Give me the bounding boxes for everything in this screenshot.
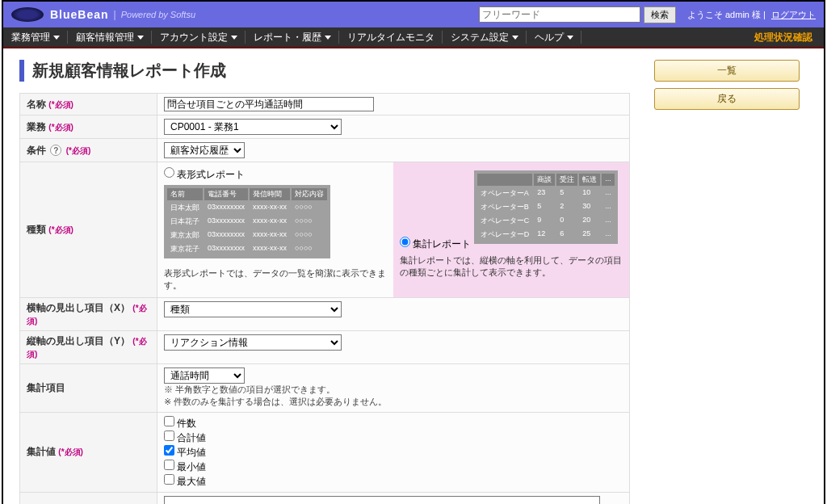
agg-value-label: 集計値 (27, 446, 56, 457)
remark-textarea[interactable] (164, 496, 600, 504)
welcome-text: ようこそ admin 様 | ログアウト (687, 9, 816, 21)
chk-min[interactable] (164, 460, 174, 470)
menu-help[interactable]: ヘルプ (527, 27, 581, 48)
status-link[interactable]: 処理状況確認 (743, 31, 824, 44)
name-label: 名称 (27, 99, 46, 110)
type-option-table[interactable]: 表形式レポート 名前電話番号発信時間対応内容 日本太郎03xxxxxxxxxxx… (157, 162, 393, 297)
condition-select[interactable]: 顧客対応履歴 (164, 142, 245, 158)
back-button[interactable]: 戻る (654, 88, 800, 110)
business-select[interactable]: CP0001 - 業務1 (164, 119, 342, 135)
main-menu: 業務管理 顧客情報管理 アカウント設定 レポート・履歴 リアルタイムモニタ シス… (3, 27, 824, 48)
business-label: 業務 (27, 121, 46, 132)
sample-table-icon: 名前電話番号発信時間対応内容 日本太郎03xxxxxxxxxxxx-xx-xx○… (164, 185, 330, 258)
search-input[interactable] (479, 6, 640, 23)
chevron-down-icon (137, 36, 144, 40)
sample-summary-icon: 商談受注転送... オペレーターA23510... オペレーターB5230...… (474, 170, 618, 244)
menu-report[interactable]: レポート・履歴 (246, 27, 339, 48)
page-title: 新規顧客情報レポート作成 (19, 60, 630, 82)
logo-icon (11, 7, 44, 22)
xaxis-label: 横軸の見出し項目（X） (27, 302, 130, 313)
menu-realtime[interactable]: リアルタイムモニタ (339, 27, 443, 48)
agg-item-select[interactable]: 通話時間 (164, 368, 245, 384)
logout-link[interactable]: ログアウト (771, 10, 816, 19)
chk-max[interactable] (164, 474, 174, 485)
condition-label: 条件 (27, 145, 46, 156)
search-button[interactable]: 検索 (644, 6, 676, 23)
agg-item-label: 集計項目 (27, 382, 65, 393)
brand-name: BlueBean (50, 8, 109, 21)
list-button[interactable]: 一覧 (654, 60, 800, 82)
agg-item-note: ※ 半角数字と数値の項目が選択できます。※ 件数のみを集計する場合は、選択は必要… (164, 384, 623, 409)
chevron-down-icon (53, 36, 60, 40)
chk-avg[interactable] (164, 445, 174, 456)
type-radio-table[interactable] (164, 167, 174, 178)
type-radio-summary[interactable] (400, 237, 410, 247)
menu-business[interactable]: 業務管理 (3, 27, 68, 48)
help-icon[interactable]: ? (50, 145, 61, 156)
chevron-down-icon (231, 36, 237, 40)
menu-customer-info[interactable]: 顧客情報管理 (68, 27, 152, 48)
yaxis-select[interactable]: リアクション情報 (164, 334, 342, 351)
type-label: 種類 (27, 224, 46, 235)
xaxis-select[interactable]: 種類 (164, 301, 342, 317)
chk-count[interactable] (164, 416, 174, 426)
menu-account[interactable]: アカウント設定 (152, 27, 246, 48)
yaxis-label: 縦軸の見出し項目（Y） (27, 335, 130, 346)
chk-sum[interactable] (164, 430, 174, 441)
menu-system[interactable]: システム設定 (443, 27, 527, 48)
chevron-down-icon (567, 36, 573, 40)
chevron-down-icon (325, 36, 331, 40)
powered-by: Powered by Softsu (121, 10, 195, 19)
type-option-summary[interactable]: 集計レポート 商談受注転送... オペレーターA23510... オペレーターB… (393, 162, 629, 297)
name-input[interactable] (164, 97, 374, 111)
chevron-down-icon (512, 36, 518, 40)
